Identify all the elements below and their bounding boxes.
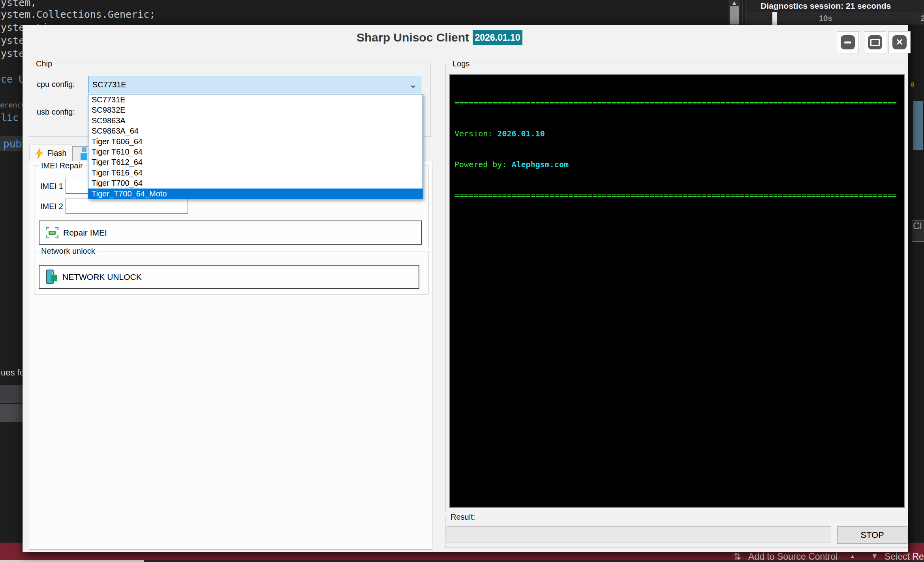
tab-flash-label: Flash (47, 149, 67, 158)
code-line: yste (1, 48, 24, 59)
diagnostics-panel: Diagnostics session: 21 seconds (746, 0, 924, 12)
ruler-tick-label: 2 (921, 14, 924, 23)
imei-repair-group-label: IMEI Repair (39, 162, 85, 170)
result-progress-bar (447, 526, 831, 543)
result-group-label: Result: (448, 513, 477, 521)
version-badge: 2026.01.10 (473, 30, 522, 45)
log-version-line: Version: 2026.01.10 (454, 128, 899, 140)
imei1-label: IMEI 1 (40, 182, 63, 191)
stop-button-label: STOP (860, 530, 884, 540)
dropdown-item[interactable]: Tiger T606_64 (88, 136, 423, 147)
background-text-fragment: Cl (912, 220, 924, 242)
diagnostics-title: Diagnostics session: 21 seconds (761, 1, 891, 11)
dropdown-item[interactable]: Tiger T700_64 (88, 178, 423, 188)
ruler-tick-label: 10s (819, 14, 832, 23)
cpu-config-value: SC7731E (92, 80, 126, 89)
taskbar-edge-segment (0, 560, 144, 562)
result-value (447, 531, 450, 539)
stop-button[interactable]: STOP (837, 526, 907, 544)
code-line: pub (3, 138, 22, 150)
code-line: ystem.Collections.Generic; (1, 9, 155, 20)
dropdown-item[interactable]: SC7731E (88, 94, 423, 105)
right-background-strip: 0 Cl (907, 25, 924, 543)
download-arrow-icon[interactable]: ▼ (871, 551, 879, 560)
imei2-label: IMEI 2 (40, 202, 63, 211)
cpu-config-combobox[interactable]: SC7731E ⌄ (88, 76, 421, 93)
network-unlock-group-label: Network unlock (39, 247, 98, 255)
editor-scrollbar[interactable]: ▲ (729, 0, 740, 25)
ruler-marker (772, 12, 777, 25)
close-button[interactable]: ✕ (888, 31, 911, 53)
taskbar-edge (0, 560, 924, 562)
maximize-button[interactable] (864, 31, 886, 53)
log-separator: ========================================… (454, 189, 899, 201)
dropdown-item[interactable]: Tiger T610_64 (88, 147, 423, 157)
scrollbar-thumb[interactable] (730, 6, 739, 25)
tab-flash[interactable]: Flash (30, 145, 72, 161)
background-text-fragment: ues fo (1, 368, 24, 378)
repair-imei-button[interactable]: Repair IMEI (39, 221, 422, 245)
screen: ystem, ystem.Collections.Generic; ystem.… (0, 0, 924, 562)
log-separator: ========================================… (454, 97, 899, 109)
scrollbar-up-arrow-icon[interactable]: ▲ (731, 0, 737, 6)
diagnostics-ruler: 10s 2 (746, 12, 924, 25)
network-unlock-label: NETWORK UNLOCK (62, 272, 142, 282)
chevron-down-icon: ⌄ (409, 83, 417, 87)
code-line: yste (1, 35, 24, 46)
sharp-unisoc-client-window: Sharp Unisoc Client 2026.01.10 ✕ Chip cp… (23, 25, 908, 552)
maximize-icon (868, 35, 882, 49)
network-unlock-button[interactable]: NETWORK UNLOCK (39, 265, 419, 289)
log-version-value: 2026.01.10 (497, 129, 545, 138)
logs-group-label: Logs (450, 60, 472, 68)
log-powered-label: Powered by: (454, 160, 512, 169)
log-version-label: Version: (454, 129, 497, 138)
panel-divider (742, 0, 743, 25)
log-console: ========================================… (449, 74, 905, 508)
imei2-input[interactable] (66, 198, 188, 214)
minimap-scrollbar[interactable] (913, 101, 923, 150)
dropdown-item[interactable]: Tiger T612_64 (88, 157, 423, 167)
dropdown-item[interactable]: SC9832E (88, 105, 423, 115)
background-panel-row (0, 404, 23, 422)
close-icon: ✕ (892, 35, 907, 49)
code-line: ce U (1, 74, 24, 85)
log-powered-value: Alephgsm.com (512, 160, 569, 169)
usb-config-label: usb config: (37, 107, 75, 117)
background-panel-row (0, 385, 23, 403)
cpu-config-label: cpu config: (37, 80, 75, 89)
chip-group-label: Chip (34, 60, 54, 68)
phone-unlock-icon (46, 269, 58, 285)
background-text-fragment: 0 (911, 81, 915, 89)
dropdown-item-selected[interactable]: Tiger_T700_64_Moto (88, 189, 423, 199)
minimize-icon (841, 35, 855, 49)
code-line: lic (1, 112, 19, 123)
flash-lightning-icon (36, 148, 43, 159)
code-keyword: ce (1, 74, 19, 85)
log-powered-line: Powered by: Alephgsm.com (454, 158, 899, 170)
cpu-config-dropdown-list[interactable]: SC7731E SC9832E SC9863A SC9863A_64 Tiger… (88, 94, 423, 199)
repair-imei-label: Repair IMEI (63, 228, 107, 238)
dropdown-item[interactable]: Tiger T616_64 (88, 168, 423, 178)
dropdown-item[interactable]: SC9863A (88, 115, 423, 126)
code-line: ystem, (1, 0, 36, 8)
dropdown-item[interactable]: SC9863A_64 (88, 126, 423, 136)
minimize-button[interactable] (837, 31, 859, 53)
codelens-references: erence (0, 101, 26, 109)
panel-divider (745, 0, 746, 25)
imei-scan-icon (46, 227, 58, 238)
collapse-arrow-icon[interactable]: ▲ (850, 553, 855, 559)
ruler-gridline (816, 12, 816, 25)
window-title: Sharp Unisoc Client (357, 31, 469, 44)
